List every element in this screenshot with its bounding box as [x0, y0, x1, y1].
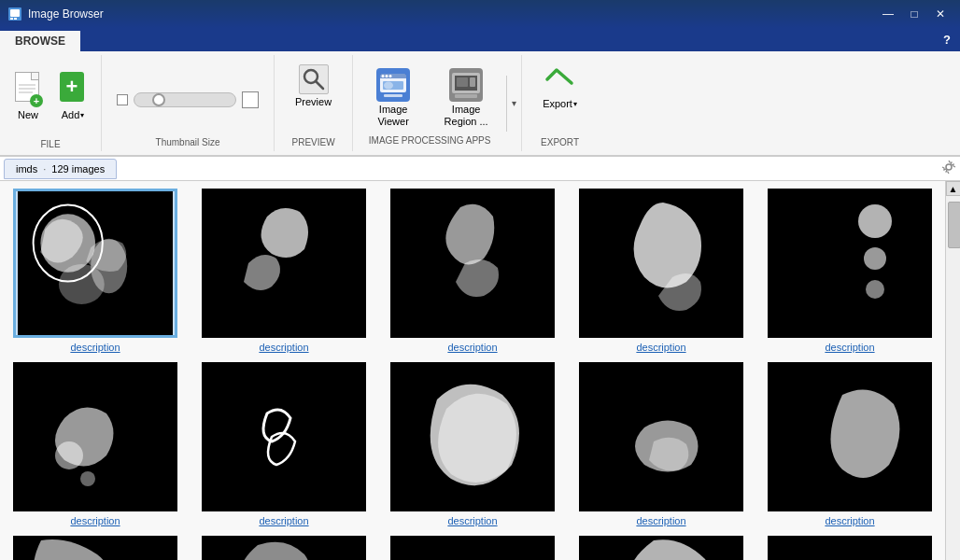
list-item[interactable]: description	[196, 536, 372, 560]
scroll-up-button[interactable]: ▲	[946, 181, 961, 196]
apps-dropdown-arrow: ▾	[512, 98, 516, 108]
ribbon-group-apps: ImageViewer ImageRegion ...	[353, 55, 522, 151]
list-item[interactable]: description	[573, 536, 749, 560]
images-tab[interactable]: imds · 129 images	[4, 159, 117, 179]
thumbnail-image	[579, 362, 743, 511]
thumbnail-image	[390, 362, 555, 511]
vertical-scrollbar: ▲ ▼	[945, 181, 960, 560]
main-content: description description	[0, 181, 960, 560]
thumb-small-icon	[117, 94, 128, 105]
settings-icon[interactable]	[941, 160, 956, 175]
scrollbar-thumb[interactable]	[948, 202, 960, 248]
minimize-button[interactable]: —	[876, 5, 900, 23]
thumbnail-label[interactable]: description	[447, 515, 497, 526]
magnifier-icon	[301, 66, 327, 92]
thumbnail-label[interactable]: description	[636, 342, 685, 353]
svg-point-13	[384, 82, 393, 90]
image-region-icon	[449, 68, 483, 102]
apps-dropdown-button[interactable]: ▾	[506, 76, 521, 132]
thumbnail-label[interactable]: description	[70, 342, 120, 353]
add-label: Add	[62, 109, 80, 120]
add-arrow: ▾	[80, 111, 84, 119]
export-group-label: EXPORT	[541, 133, 579, 147]
list-item[interactable]: description	[385, 536, 560, 560]
tab-bar: imds · 129 images	[0, 157, 960, 181]
add-button[interactable]: + Add ▾	[52, 68, 93, 124]
close-button[interactable]: ✕	[928, 5, 953, 23]
svg-rect-18	[457, 77, 468, 87]
maximize-button[interactable]: □	[902, 5, 926, 23]
thumbnail-image	[768, 189, 932, 338]
thumbnail-size-slider[interactable]	[134, 92, 236, 107]
svg-rect-1	[10, 9, 20, 17]
export-label: Export	[543, 98, 572, 109]
list-item[interactable]: description	[7, 362, 183, 526]
list-item[interactable]: description	[573, 189, 749, 353]
list-item[interactable]: description	[7, 536, 183, 560]
image-grid: description description	[7, 189, 938, 560]
image-count: 129 images	[51, 163, 105, 175]
svg-point-29	[55, 441, 83, 469]
thumbnail-label[interactable]: description	[636, 515, 685, 526]
thumbnail-label[interactable]: description	[70, 515, 120, 526]
ribbon-group-preview: Preview PREVIEW	[275, 55, 353, 151]
svg-rect-14	[384, 94, 402, 97]
file-group-label: FILE	[40, 135, 60, 149]
thumbnail-label[interactable]: description	[447, 342, 497, 353]
svg-point-9	[382, 75, 385, 77]
ribbon-group-export: Export ▾ EXPORT	[522, 55, 598, 151]
apps-group-label: IMAGE PROCESSING APPS	[360, 132, 499, 146]
svg-rect-3	[14, 18, 17, 20]
list-item[interactable]: description	[762, 362, 938, 526]
thumbnail-image	[768, 362, 932, 511]
thumbnail-image	[202, 362, 366, 511]
tab-separator: ·	[43, 163, 46, 175]
svg-point-26	[858, 204, 892, 238]
tab-browse[interactable]: BROWSE	[0, 28, 80, 51]
list-item[interactable]: description	[7, 189, 183, 353]
svg-rect-19	[470, 77, 475, 87]
list-item[interactable]: description	[762, 189, 938, 353]
thumbnail-image	[202, 536, 366, 560]
list-item[interactable]: description	[196, 362, 372, 526]
list-item[interactable]: description	[385, 189, 560, 353]
title-bar: Image Browser — □ ✕	[0, 0, 960, 28]
list-item[interactable]: description	[196, 189, 372, 353]
image-viewer-button[interactable]: ImageViewer	[360, 64, 426, 132]
svg-point-11	[389, 75, 392, 77]
svg-point-30	[80, 471, 95, 486]
thumbnails-group-label: Thumbnail Size	[156, 133, 220, 147]
svg-rect-2	[10, 18, 13, 20]
svg-point-10	[386, 75, 388, 77]
svg-point-27	[864, 247, 886, 270]
list-item[interactable]	[762, 536, 938, 560]
thumbnail-image	[202, 189, 366, 338]
svg-rect-20	[455, 94, 477, 98]
thumbnail-label[interactable]: description	[825, 515, 874, 526]
thumbnail-label[interactable]: description	[825, 342, 874, 353]
preview-button[interactable]: Preview	[286, 59, 341, 113]
image-region-button[interactable]: ImageRegion ...	[433, 64, 499, 132]
svg-point-25	[59, 264, 105, 304]
help-button[interactable]: ?	[934, 28, 960, 51]
export-button[interactable]: Export ▾	[533, 59, 586, 113]
app-icon	[7, 7, 22, 21]
window-controls: — □ ✕	[876, 5, 953, 23]
new-button[interactable]: + New	[7, 68, 49, 124]
preview-group-label: PREVIEW	[292, 133, 335, 147]
preview-icon	[299, 64, 329, 94]
thumb-large-icon	[242, 91, 259, 108]
thumbnail-image	[579, 189, 743, 338]
export-arrow: ▾	[573, 100, 577, 108]
image-grid-container: description description	[0, 181, 945, 560]
list-item[interactable]: description	[385, 362, 560, 526]
thumbnail-image	[390, 536, 555, 560]
thumbnail-label[interactable]: description	[259, 515, 308, 526]
region-label: ImageRegion ...	[445, 104, 488, 128]
thumbnail-label[interactable]: description	[259, 342, 308, 353]
ribbon: BROWSE ? +	[0, 28, 960, 157]
svg-line-5	[316, 81, 323, 89]
export-icon	[544, 63, 577, 96]
thumbnail-image	[579, 536, 743, 560]
list-item[interactable]: description	[573, 362, 749, 526]
